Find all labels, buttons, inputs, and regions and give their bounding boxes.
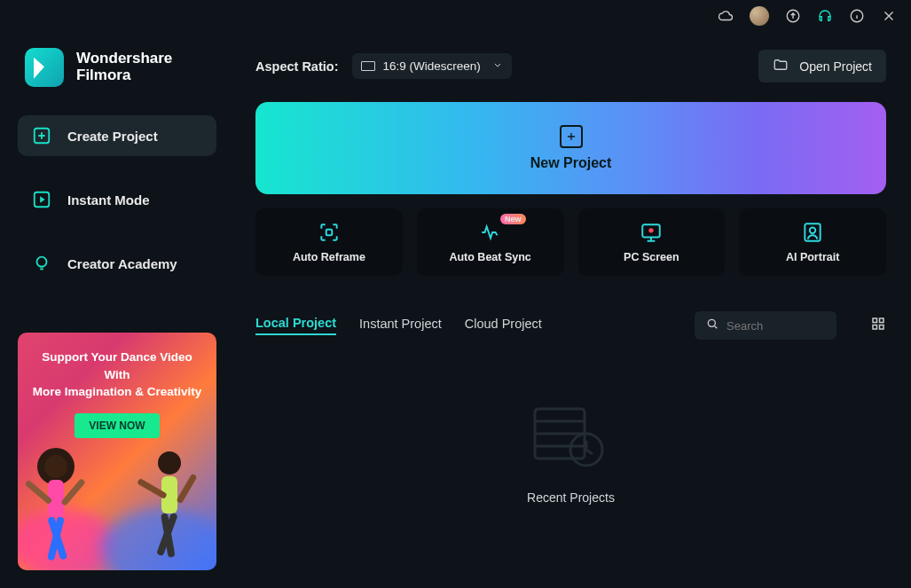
- promo-cta-button[interactable]: VIEW NOW: [75, 413, 159, 438]
- search-box[interactable]: [695, 311, 836, 340]
- search-input[interactable]: [726, 319, 826, 333]
- svg-point-4: [37, 257, 47, 267]
- recent-projects-label: Recent Projects: [527, 490, 615, 505]
- logo-mark-icon: [25, 48, 64, 87]
- ai-portrait-icon: [801, 221, 824, 244]
- sidebar-item-label: Instant Mode: [67, 192, 150, 208]
- sidebar-item-instant-mode[interactable]: Instant Mode: [18, 179, 216, 220]
- play-box-icon: [32, 190, 51, 209]
- new-project-button[interactable]: New Project: [255, 102, 886, 194]
- plus-box-icon: [32, 126, 51, 145]
- info-icon[interactable]: [849, 8, 865, 24]
- beat-sync-icon: [479, 221, 502, 244]
- action-label: Auto Beat Sync: [449, 251, 530, 263]
- promo-line1: Support Your Dance Video With: [30, 349, 204, 383]
- bulb-icon: [32, 254, 51, 273]
- sidebar-item-label: Create Project: [67, 129, 158, 144]
- tab-cloud-project[interactable]: Cloud Project: [465, 317, 542, 334]
- grid-view-icon[interactable]: [870, 316, 886, 335]
- svg-rect-13: [873, 325, 877, 330]
- new-project-label: New Project: [530, 155, 612, 171]
- sidebar-item-label: Creator Academy: [67, 256, 177, 271]
- avatar[interactable]: [750, 6, 769, 26]
- promo-line2: More Imagination & Creativity: [30, 383, 204, 401]
- new-badge: New: [500, 214, 526, 224]
- recent-projects-icon: [531, 405, 611, 473]
- action-auto-reframe[interactable]: Auto Reframe: [255, 208, 403, 276]
- action-label: AI Portrait: [786, 251, 839, 263]
- tab-local-project[interactable]: Local Project: [255, 316, 336, 335]
- search-icon: [705, 317, 719, 334]
- action-label: PC Screen: [624, 251, 679, 263]
- svg-rect-11: [873, 318, 877, 323]
- aspect-ratio-value: 16:9 (Widescreen): [382, 59, 480, 73]
- aspect-ratio-label: Aspect Ratio:: [255, 59, 338, 74]
- promo-illustration: [18, 437, 216, 570]
- svg-point-7: [649, 228, 654, 232]
- svg-point-9: [810, 228, 816, 234]
- sidebar-item-creator-academy[interactable]: Creator Academy: [18, 243, 216, 284]
- close-icon[interactable]: [881, 8, 897, 24]
- action-pc-screen[interactable]: PC Screen: [578, 208, 726, 276]
- app-logo: Wondershare Filmora: [18, 39, 216, 112]
- open-project-button[interactable]: Open Project: [758, 50, 886, 82]
- aspect-ratio-select[interactable]: 16:9 (Widescreen): [352, 53, 512, 79]
- brand-line1: Wondershare: [76, 51, 172, 67]
- action-ai-portrait[interactable]: AI Portrait: [739, 208, 886, 276]
- cloud-icon[interactable]: [718, 8, 734, 24]
- aspect-rect-icon: [361, 61, 375, 71]
- open-project-label: Open Project: [799, 59, 872, 74]
- chevron-down-icon: [492, 59, 503, 73]
- svg-rect-12: [880, 318, 884, 323]
- tab-instant-project[interactable]: Instant Project: [359, 317, 442, 334]
- pc-screen-icon: [640, 221, 663, 244]
- sidebar-item-create-project[interactable]: Create Project: [18, 115, 216, 156]
- upload-icon[interactable]: [785, 8, 801, 24]
- action-label: Auto Reframe: [293, 251, 365, 263]
- svg-rect-14: [880, 325, 884, 330]
- headset-icon[interactable]: [817, 8, 833, 24]
- folder-icon: [773, 57, 789, 75]
- promo-banner[interactable]: Support Your Dance Video With More Imagi…: [18, 333, 216, 570]
- plus-box-icon: [560, 125, 583, 148]
- svg-point-10: [708, 319, 715, 326]
- brand-line2: Filmora: [76, 67, 172, 84]
- svg-rect-5: [326, 230, 333, 236]
- action-auto-beat-sync[interactable]: New Auto Beat Sync: [417, 208, 564, 276]
- reframe-icon: [318, 221, 341, 244]
